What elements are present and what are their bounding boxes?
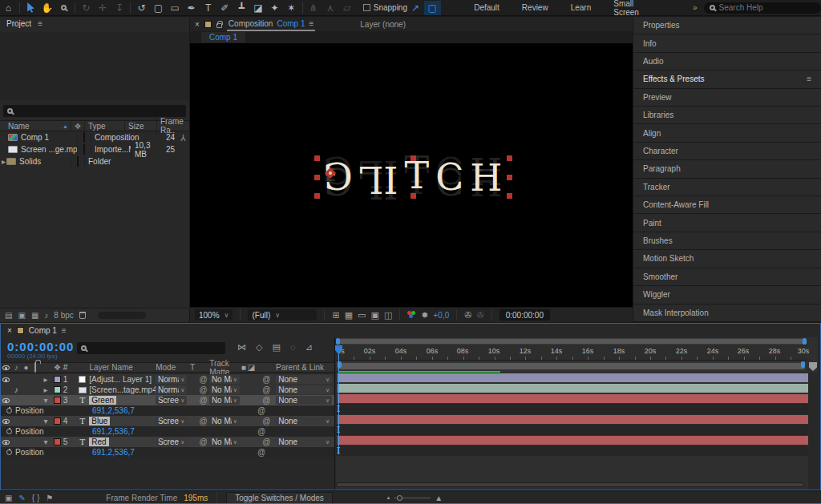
selection-handle[interactable] [410, 155, 416, 161]
pan-behind-tool-icon[interactable]: ▢ [150, 1, 167, 15]
selection-handle[interactable] [507, 155, 512, 161]
label-swatch[interactable] [77, 156, 79, 167]
parent-dropdown[interactable]: None [276, 396, 332, 405]
twirl-icon[interactable]: ▸ [0, 157, 6, 166]
comp-marker-bin-icon[interactable] [809, 362, 817, 371]
roto-brush-tool-icon[interactable]: ✦ [266, 1, 283, 15]
frame-blending-icon[interactable]: ▤ [272, 342, 280, 353]
layer-row-5[interactable]: ▾ 5 T Red Screen @ No Matte @ None [1, 437, 334, 447]
tab-layer[interactable]: Layer (none) [360, 20, 406, 29]
switches-icon[interactable]: ■ [241, 363, 246, 372]
layer-row-3[interactable]: ▾ 3 T Green Screen @ No Matte @ None [1, 395, 334, 405]
parent-dropdown[interactable]: None [276, 385, 332, 394]
stopwatch-icon[interactable] [6, 408, 12, 413]
label-swatch[interactable] [54, 417, 61, 425]
layer-duration-bar[interactable] [338, 436, 816, 445]
workspace-small-screen[interactable]: Small Screen [602, 0, 672, 17]
label-swatch[interactable] [54, 397, 61, 404]
zoom-slider-thumb[interactable] [397, 495, 402, 501]
hand-tool-icon[interactable]: ✋ [38, 1, 55, 15]
sort-ascending-icon[interactable]: ▲ [63, 123, 68, 129]
label-swatch[interactable] [54, 438, 61, 446]
toggle-switches-modes-button[interactable]: Toggle Switches / Modes [226, 492, 333, 504]
workspace-overflow-icon[interactable]: » [693, 3, 698, 12]
column-framerate[interactable]: Frame Ra.. [156, 117, 189, 135]
timeline-zoom-slider[interactable]: ▴ ▲ [387, 494, 443, 502]
close-icon[interactable]: × [7, 326, 12, 335]
exposure-value[interactable]: +0,0 [434, 311, 450, 320]
video-toggle[interactable] [2, 440, 10, 445]
pickwhip-icon[interactable]: @ [197, 385, 209, 394]
home-icon[interactable]: ⌂ [0, 1, 17, 15]
layer-duration-bar[interactable] [338, 415, 816, 424]
navigator-end-handle[interactable] [803, 338, 807, 345]
stopwatch-icon[interactable] [6, 429, 12, 434]
pickwhip-icon[interactable]: @ [197, 417, 209, 425]
track-matte-dropdown[interactable]: No Matte [209, 375, 240, 384]
rotation-tool-icon[interactable]: ↺ [133, 1, 150, 15]
time-ruler[interactable]: 0s 02s 04s 06s 08s 10s 12s 14s 16s 18s 2… [336, 345, 807, 361]
property-row-position[interactable]: Position 691,2,536,7 @ [1, 426, 334, 437]
eraser-tool-icon[interactable]: ◪ [249, 1, 266, 15]
label-swatch[interactable] [83, 132, 85, 143]
column-name[interactable]: Name [8, 122, 30, 131]
blend-mode-dropdown[interactable]: Screen [156, 417, 187, 425]
label-swatch[interactable] [54, 376, 61, 383]
panel-menu-icon[interactable] [62, 326, 67, 335]
layer-name[interactable]: [Screen...tage.mp4] [89, 385, 156, 394]
panel-menu-icon[interactable] [807, 75, 811, 83]
video-toggle[interactable] [2, 377, 10, 382]
composition-canvas[interactable]: GLITCH [190, 43, 633, 307]
lock-icon[interactable] [216, 23, 222, 28]
panel-effects-presets[interactable]: Effects & Presets [633, 71, 821, 88]
pickwhip-icon[interactable]: @ [197, 396, 209, 405]
layer-duration-bar[interactable] [338, 373, 816, 382]
panel-paragraph[interactable]: Paragraph [633, 160, 821, 178]
layer-name-field[interactable]: Green [89, 396, 116, 405]
selection-handle[interactable] [410, 193, 416, 199]
mask-visibility-icon[interactable]: ▣ [370, 310, 378, 321]
resolution-dropdown[interactable]: (Full) [248, 309, 317, 321]
track-matte-dropdown[interactable]: No Matte [209, 417, 240, 425]
clone-stamp-tool-icon[interactable]: ┻ [233, 1, 250, 15]
region-of-interest-icon[interactable]: ▭ [358, 310, 366, 321]
brush-tool-icon[interactable]: ✐ [216, 1, 233, 15]
pickwhip-icon[interactable]: @ [197, 375, 209, 384]
panel-libraries[interactable]: Libraries [633, 107, 821, 124]
panel-info[interactable]: Info [633, 34, 821, 52]
pickwhip-icon[interactable]: @ [257, 437, 277, 446]
horizontal-scrollbar[interactable] [336, 482, 804, 487]
show-channels-icon[interactable] [407, 311, 416, 319]
draft-3d-icon[interactable]: ◇ [256, 342, 262, 353]
pickwhip-icon[interactable]: @ [257, 406, 265, 415]
subtab-comp1[interactable]: Comp 1 [201, 32, 245, 42]
snapshot-icon[interactable]: ✇ [464, 310, 471, 321]
orbit-camera-tool-icon[interactable]: ↻ [78, 1, 95, 15]
workspace-review[interactable]: Review [511, 3, 560, 12]
panel-character[interactable]: Character [633, 143, 821, 160]
timeline-search-box[interactable] [77, 342, 225, 354]
track-matte-dropdown[interactable]: No Matte [209, 385, 240, 394]
panel-audio[interactable]: Audio [633, 53, 821, 71]
new-composition-icon[interactable]: ▦ [31, 311, 38, 320]
selection-tool-icon[interactable] [22, 1, 39, 15]
trash-icon[interactable] [79, 312, 86, 319]
panel-brushes[interactable]: Brushes [633, 232, 821, 250]
property-value[interactable]: 691,2,536,7 [92, 427, 180, 436]
current-timecode[interactable]: 0:00:00:00 [7, 340, 74, 353]
track-matte-dropdown[interactable]: No Matte [209, 437, 240, 446]
panel-mask-interpolation[interactable]: Mask Interpolation [633, 304, 821, 322]
zoom-in-icon[interactable]: ▲ [435, 494, 443, 502]
viewer-timecode[interactable]: 0:00:00:00 [499, 309, 550, 321]
parent-dropdown[interactable]: None [276, 437, 332, 446]
zoom-out-icon[interactable]: ▴ [387, 494, 390, 501]
pickwhip-icon[interactable]: @ [257, 448, 265, 457]
world-axis-mode-icon[interactable]: ⋏ [322, 1, 338, 15]
blend-mode-dropdown[interactable]: Screen [156, 396, 187, 405]
twirl-icon[interactable]: ▾ [40, 437, 51, 446]
workspace-learn[interactable]: Learn [560, 3, 603, 12]
parent-dropdown[interactable]: None [276, 375, 332, 384]
pen-tool-icon[interactable]: ✒ [183, 1, 200, 15]
grid-guides-icon[interactable]: ⊞ [332, 310, 339, 321]
project-search-box[interactable] [3, 105, 186, 117]
